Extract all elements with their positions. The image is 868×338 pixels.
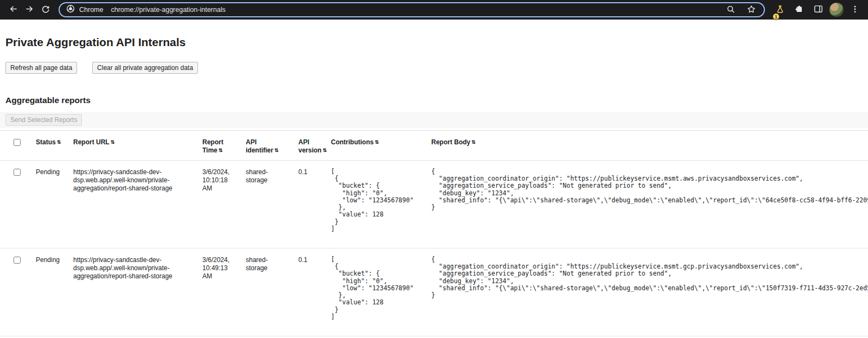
table-header-row: Status⇅ Report URL⇅ Report Time⇅ API ide… <box>0 131 868 161</box>
page-content: Private Aggregation API Internals Refres… <box>0 36 868 336</box>
cell-report-body: { "aggregation_coordinator_origin": "htt… <box>426 161 868 248</box>
side-panel-icon <box>814 4 823 15</box>
row-select-cell <box>0 248 30 336</box>
refresh-icon <box>41 5 50 15</box>
sort-icon: ⇅ <box>219 148 223 153</box>
cell-api-version: 0.1 <box>293 248 326 336</box>
profile-avatar[interactable] <box>829 3 844 17</box>
sort-icon: ⇅ <box>57 139 61 145</box>
magnifier-icon <box>726 5 735 15</box>
column-header-report-time[interactable]: Report Time⇅ <box>197 131 240 161</box>
row-checkbox[interactable] <box>14 169 21 176</box>
sort-icon: ⇅ <box>471 139 476 145</box>
column-header-contributions[interactable]: Contributions⇅ <box>326 131 426 161</box>
url-text: chrome://private-aggregation-internals <box>111 6 725 14</box>
side-panel-button[interactable] <box>810 2 826 17</box>
table-row: Pending https://privacy-sandcastle-dev-d… <box>0 161 868 248</box>
reports-table: Status⇅ Report URL⇅ Report Time⇅ API ide… <box>0 130 868 336</box>
toolbar-right-group: 1 <box>773 2 863 17</box>
row-select-cell <box>0 161 30 248</box>
notification-badge: 1 <box>773 13 780 20</box>
cell-api-version: 0.1 <box>293 161 326 248</box>
labs-button[interactable]: 1 <box>773 2 788 17</box>
cell-report-time: 3/6/2024, 10:10:18 AM <box>197 161 240 248</box>
column-header-status[interactable]: Status⇅ <box>30 131 68 161</box>
sort-icon: ⇅ <box>275 148 279 153</box>
sort-icon: ⇅ <box>323 148 327 153</box>
cell-status: Pending <box>30 161 68 248</box>
forward-icon <box>25 4 34 15</box>
browser-toolbar: Chrome chrome://private-aggregation-inte… <box>0 0 868 20</box>
zoom-button[interactable] <box>725 4 737 16</box>
refresh-all-button[interactable]: Refresh all page data <box>5 62 77 74</box>
chrome-chip: Chrome <box>66 4 111 15</box>
clear-all-button[interactable]: Clear all private aggregation data <box>92 62 198 74</box>
menu-button[interactable] <box>847 2 863 17</box>
kebab-menu-icon <box>851 5 859 15</box>
cell-report-url: https://privacy-sandcastle-dev-dsp.web.a… <box>68 248 197 336</box>
column-header-report-url[interactable]: Report URL⇅ <box>68 131 197 161</box>
star-icon <box>747 5 756 15</box>
page-title: Private Aggregation API Internals <box>5 36 863 49</box>
top-buttons: Refresh all page data Clear all private … <box>5 62 863 74</box>
table-row: Pending https://privacy-sandcastle-dev-d… <box>0 248 868 336</box>
cell-api-identifier: shared-storage <box>240 161 293 248</box>
puzzle-icon <box>795 5 803 15</box>
cell-report-time: 3/6/2024, 10:49:13 AM <box>197 248 240 336</box>
send-selected-reports-button[interactable]: Send Selected Reports <box>5 114 82 126</box>
cell-report-body: { "aggregation_coordinator_origin": "htt… <box>426 248 868 336</box>
sort-icon: ⇅ <box>111 139 115 145</box>
chrome-logo-icon <box>66 4 75 15</box>
back-icon <box>9 4 18 15</box>
section-title: Aggregatable reports <box>5 95 863 105</box>
chrome-product-label: Chrome <box>79 6 103 14</box>
forward-button[interactable] <box>22 2 37 17</box>
sort-icon: ⇅ <box>375 139 379 145</box>
cell-contributions: [ { "bucket": { "high": "0", "low": "123… <box>326 161 426 248</box>
refresh-button[interactable] <box>38 2 53 17</box>
row-checkbox[interactable] <box>14 257 21 264</box>
select-all-checkbox[interactable] <box>14 139 21 146</box>
bookmark-button[interactable] <box>745 4 757 16</box>
address-bar[interactable]: Chrome chrome://private-aggregation-inte… <box>59 2 765 17</box>
column-header-api-version[interactable]: API version⇅ <box>293 131 326 161</box>
back-button[interactable] <box>5 2 21 17</box>
select-all-cell <box>0 131 30 161</box>
send-strip: Send Selected Reports <box>0 112 868 128</box>
column-header-api-identifier[interactable]: API identifier⇅ <box>240 131 293 161</box>
cell-status: Pending <box>30 248 68 336</box>
cell-contributions: [ { "bucket": { "high": "0", "low": "123… <box>326 248 426 336</box>
cell-report-url: https://privacy-sandcastle-dev-dsp.web.a… <box>68 161 197 248</box>
extensions-button[interactable] <box>792 2 807 17</box>
cell-api-identifier: shared-storage <box>240 248 293 336</box>
column-header-report-body[interactable]: Report Body⇅ <box>426 131 868 161</box>
